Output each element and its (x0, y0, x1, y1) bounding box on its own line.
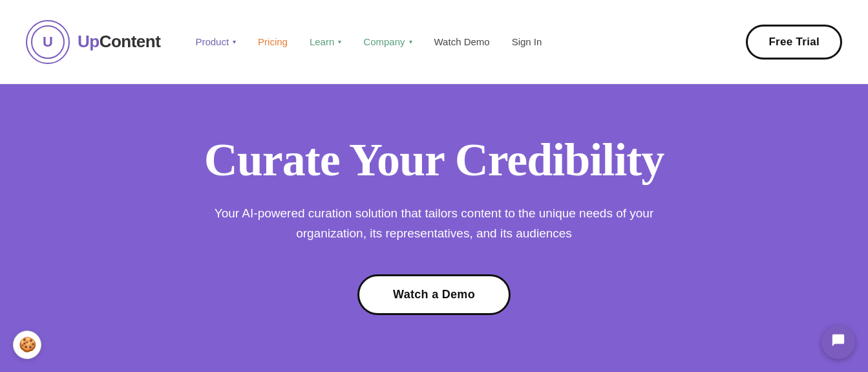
chevron-down-icon-company: ▾ (409, 38, 412, 45)
logo[interactable]: U UpContent (26, 20, 160, 64)
logo-text: UpContent (78, 32, 160, 52)
nav-label-company: Company (363, 36, 405, 47)
nav-label-learn: Learn (310, 36, 334, 47)
nav-item-product[interactable]: Product ▾ (186, 31, 245, 52)
nav-item-sign-in[interactable]: Sign In (503, 31, 551, 52)
logo-text-up: Up (78, 32, 100, 51)
free-trial-button[interactable]: Free Trial (746, 25, 842, 60)
nav-item-watch-demo[interactable]: Watch Demo (425, 31, 499, 52)
logo-circle-inner: U (31, 25, 65, 59)
watch-demo-button[interactable]: Watch a Demo (357, 274, 511, 315)
nav-label-sign-in: Sign In (512, 36, 542, 47)
nav-label-pricing: Pricing (258, 36, 288, 47)
chevron-down-icon: ▾ (233, 38, 236, 45)
nav-label-product: Product (195, 36, 229, 47)
hero-title: Curate Your Credibility (204, 135, 664, 186)
nav-links: Product ▾ Pricing Learn ▾ Company ▾ Watc… (186, 31, 746, 52)
navbar: U UpContent Product ▾ Pricing Learn ▾ Co… (0, 0, 868, 84)
logo-text-content: Content (100, 32, 161, 51)
logo-letter: U (43, 34, 53, 50)
chevron-down-icon-learn: ▾ (338, 38, 341, 45)
chat-widget[interactable] (821, 325, 855, 359)
hero-subtitle: Your AI-powered curation solution that t… (182, 204, 686, 243)
nav-label-watch-demo: Watch Demo (434, 36, 490, 47)
nav-item-learn[interactable]: Learn ▾ (301, 31, 350, 52)
cookie-icon: 🍪 (19, 336, 36, 353)
nav-item-company[interactable]: Company ▾ (354, 31, 421, 52)
logo-circle-outer: U (26, 20, 70, 64)
chat-icon (831, 333, 845, 351)
nav-right: Free Trial (746, 25, 842, 60)
hero-section: Curate Your Credibility Your AI-powered … (0, 84, 868, 372)
nav-item-pricing[interactable]: Pricing (249, 31, 297, 52)
cookie-consent-widget[interactable]: 🍪 (13, 331, 41, 359)
